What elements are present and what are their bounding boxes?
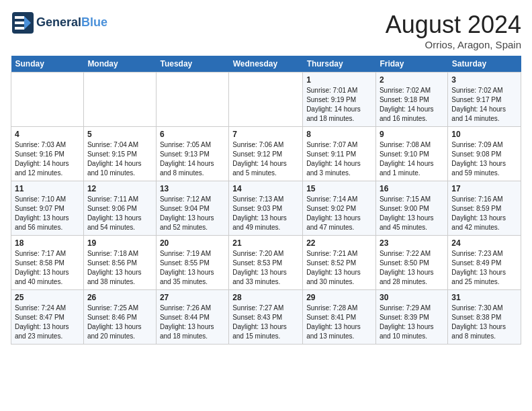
col-wednesday: Wednesday [229,56,303,73]
day-info: Sunrise: 7:17 AMSunset: 8:58 PMDaylight:… [15,249,80,287]
day-info: Sunrise: 7:02 AMSunset: 9:18 PMDaylight:… [380,86,444,124]
calendar-cell [11,73,84,127]
calendar-cell: 30Sunrise: 7:29 AMSunset: 8:39 PMDayligh… [375,290,447,345]
day-info: Sunrise: 7:26 AMSunset: 8:44 PMDaylight:… [160,304,225,341]
day-info: Sunrise: 7:24 AMSunset: 8:47 PMDaylight:… [15,304,80,341]
calendar-week-row: 4Sunrise: 7:03 AMSunset: 9:16 PMDaylight… [11,127,521,181]
calendar-cell: 26Sunrise: 7:25 AMSunset: 8:46 PMDayligh… [83,290,156,345]
day-number: 21 [232,238,299,248]
day-info: Sunrise: 7:27 AMSunset: 8:43 PMDaylight:… [232,304,299,341]
calendar-cell: 20Sunrise: 7:19 AMSunset: 8:55 PMDayligh… [156,236,228,290]
calendar-cell: 21Sunrise: 7:20 AMSunset: 8:53 PMDayligh… [229,236,303,290]
day-info: Sunrise: 7:03 AMSunset: 9:16 PMDaylight:… [15,140,80,178]
calendar-cell: 10Sunrise: 7:09 AMSunset: 9:08 PMDayligh… [448,127,521,181]
day-info: Sunrise: 7:15 AMSunset: 9:00 PMDaylight:… [380,195,444,232]
day-info: Sunrise: 7:06 AMSunset: 9:12 PMDaylight:… [232,140,299,178]
day-info: Sunrise: 7:16 AMSunset: 8:59 PMDaylight:… [451,195,517,232]
day-info: Sunrise: 7:20 AMSunset: 8:53 PMDaylight:… [232,249,299,287]
day-info: Sunrise: 7:29 AMSunset: 8:39 PMDaylight:… [380,304,444,341]
day-info: Sunrise: 7:04 AMSunset: 9:15 PMDaylight:… [87,140,152,178]
col-friday: Friday [375,56,447,73]
calendar-cell: 19Sunrise: 7:18 AMSunset: 8:56 PMDayligh… [83,236,156,290]
calendar-cell: 16Sunrise: 7:15 AMSunset: 9:00 PMDayligh… [375,181,447,236]
calendar-week-row: 11Sunrise: 7:10 AMSunset: 9:07 PMDayligh… [11,181,521,236]
col-thursday: Thursday [303,56,376,73]
day-info: Sunrise: 7:19 AMSunset: 8:55 PMDaylight:… [160,249,225,287]
day-number: 19 [87,238,152,248]
day-info: Sunrise: 7:21 AMSunset: 8:52 PMDaylight:… [306,249,372,287]
calendar-cell: 11Sunrise: 7:10 AMSunset: 9:07 PMDayligh… [11,181,84,236]
day-number: 2 [380,75,444,85]
day-number: 14 [232,184,299,193]
day-number: 29 [306,293,372,302]
calendar-cell: 2Sunrise: 7:02 AMSunset: 9:18 PMDaylight… [375,73,447,127]
day-info: Sunrise: 7:01 AMSunset: 9:19 PMDaylight:… [306,86,372,124]
day-info: Sunrise: 7:05 AMSunset: 9:13 PMDaylight:… [160,140,225,178]
day-number: 7 [232,130,299,139]
calendar-cell: 12Sunrise: 7:11 AMSunset: 9:06 PMDayligh… [83,181,156,236]
day-info: Sunrise: 7:14 AMSunset: 9:02 PMDaylight:… [306,195,372,232]
calendar-title: August 2024 [386,11,521,39]
day-number: 30 [380,293,444,302]
day-number: 25 [15,293,80,302]
day-info: Sunrise: 7:28 AMSunset: 8:41 PMDaylight:… [306,304,372,341]
day-number: 17 [451,184,517,193]
calendar-cell: 31Sunrise: 7:30 AMSunset: 8:38 PMDayligh… [448,290,521,345]
calendar-cell [156,73,228,127]
day-number: 13 [160,184,225,193]
col-tuesday: Tuesday [156,56,228,73]
calendar-cell: 27Sunrise: 7:26 AMSunset: 8:44 PMDayligh… [156,290,228,345]
svg-rect-2 [15,16,24,19]
day-info: Sunrise: 7:11 AMSunset: 9:06 PMDaylight:… [87,195,152,232]
calendar-cell: 8Sunrise: 7:07 AMSunset: 9:11 PMDaylight… [303,127,376,181]
day-number: 22 [306,238,372,248]
calendar-cell: 22Sunrise: 7:21 AMSunset: 8:52 PMDayligh… [303,236,376,290]
day-number: 16 [380,184,444,193]
calendar-cell: 28Sunrise: 7:27 AMSunset: 8:43 PMDayligh… [229,290,303,345]
day-info: Sunrise: 7:09 AMSunset: 9:08 PMDaylight:… [451,140,517,178]
day-number: 8 [306,130,372,139]
calendar-cell: 7Sunrise: 7:06 AMSunset: 9:12 PMDaylight… [229,127,303,181]
day-number: 11 [15,184,80,193]
calendar-cell: 29Sunrise: 7:28 AMSunset: 8:41 PMDayligh… [303,290,376,345]
calendar-week-row: 18Sunrise: 7:17 AMSunset: 8:58 PMDayligh… [11,236,521,290]
day-info: Sunrise: 7:07 AMSunset: 9:11 PMDaylight:… [306,140,372,178]
day-number: 27 [160,293,225,302]
day-info: Sunrise: 7:18 AMSunset: 8:56 PMDaylight:… [87,249,152,287]
day-number: 15 [306,184,372,193]
calendar-cell: 24Sunrise: 7:23 AMSunset: 8:49 PMDayligh… [448,236,521,290]
calendar-cell: 3Sunrise: 7:02 AMSunset: 9:17 PMDaylight… [448,73,521,127]
day-number: 4 [15,130,80,139]
calendar-cell: 6Sunrise: 7:05 AMSunset: 9:13 PMDaylight… [156,127,228,181]
day-number: 20 [160,238,225,248]
day-number: 23 [380,238,444,248]
svg-rect-3 [15,21,24,24]
calendar-table: Sunday Monday Tuesday Wednesday Thursday… [11,56,521,345]
calendar-cell: 9Sunrise: 7:08 AMSunset: 9:10 PMDaylight… [375,127,447,181]
logo: GeneralBlue [11,11,107,35]
day-number: 18 [15,238,80,248]
col-sunday: Sunday [11,56,84,73]
day-number: 26 [87,293,152,302]
day-info: Sunrise: 7:10 AMSunset: 9:07 PMDaylight:… [15,195,80,232]
day-number: 5 [87,130,152,139]
day-info: Sunrise: 7:12 AMSunset: 9:04 PMDaylight:… [160,195,225,232]
col-monday: Monday [83,56,156,73]
day-info: Sunrise: 7:13 AMSunset: 9:03 PMDaylight:… [232,195,299,232]
calendar-cell: 23Sunrise: 7:22 AMSunset: 8:50 PMDayligh… [375,236,447,290]
calendar-cell: 4Sunrise: 7:03 AMSunset: 9:16 PMDaylight… [11,127,84,181]
calendar-week-row: 25Sunrise: 7:24 AMSunset: 8:47 PMDayligh… [11,290,521,345]
calendar-cell [83,73,156,127]
day-number: 31 [451,293,517,302]
day-number: 9 [380,130,444,139]
calendar-cell: 5Sunrise: 7:04 AMSunset: 9:15 PMDaylight… [83,127,156,181]
calendar-header-row: Sunday Monday Tuesday Wednesday Thursday… [11,56,521,73]
calendar-cell: 1Sunrise: 7:01 AMSunset: 9:19 PMDaylight… [303,73,376,127]
day-number: 10 [451,130,517,139]
calendar-cell: 25Sunrise: 7:24 AMSunset: 8:47 PMDayligh… [11,290,84,345]
calendar-week-row: 1Sunrise: 7:01 AMSunset: 9:19 PMDaylight… [11,73,521,127]
svg-rect-4 [15,27,24,30]
day-info: Sunrise: 7:23 AMSunset: 8:49 PMDaylight:… [451,249,517,287]
day-number: 24 [451,238,517,248]
calendar-cell: 18Sunrise: 7:17 AMSunset: 8:58 PMDayligh… [11,236,84,290]
